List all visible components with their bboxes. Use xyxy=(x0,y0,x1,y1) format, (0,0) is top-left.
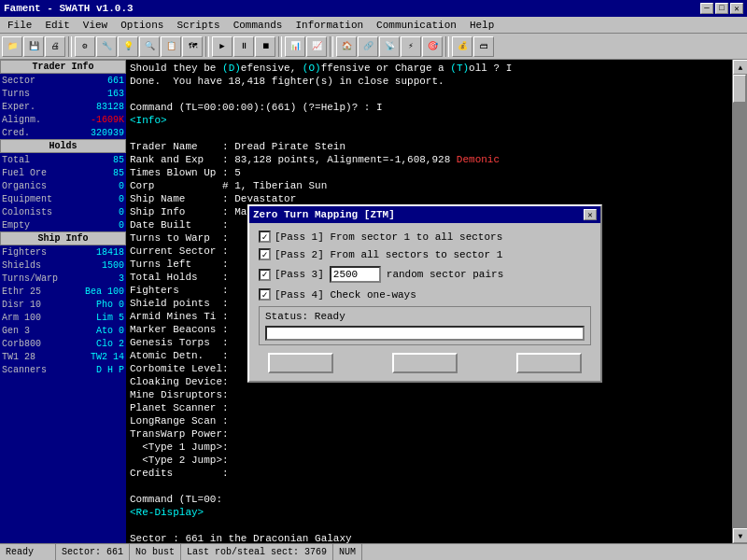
status-lastrob: Last rob/steal sect: 3769 xyxy=(181,544,333,560)
toolbar-btn-1[interactable]: 📁 xyxy=(2,36,22,57)
equipment-label: Equipment xyxy=(2,194,52,204)
toolbar-btn-16[interactable]: 🔗 xyxy=(358,36,378,57)
terminal-container: Should they be (D)efensive, (O)ffensive … xyxy=(126,60,732,543)
toolbar-btn-14[interactable]: 📈 xyxy=(306,36,327,57)
ethr-value: Bea 100 xyxy=(85,287,124,297)
toolbar-btn-4[interactable]: ⚙ xyxy=(75,36,95,57)
pass1-checkbox[interactable]: ✓ xyxy=(259,231,271,243)
cred-value: 320939 xyxy=(91,128,124,138)
status-ready-label: Status: Ready xyxy=(265,311,585,322)
menu-communication[interactable]: Communication xyxy=(371,18,462,33)
cred-row: Cred. 320939 xyxy=(0,126,126,139)
pass2-checkbox[interactable]: ✓ xyxy=(259,248,271,260)
colonists-label: Colonists xyxy=(2,207,52,217)
menu-edit[interactable]: Edit xyxy=(39,18,75,33)
title-bar: Fament - SWATH v1.0.3 ─ □ ✕ xyxy=(0,0,747,17)
fighters-value: 18418 xyxy=(96,247,124,258)
menu-scripts[interactable]: Scripts xyxy=(171,18,225,33)
pass3-input[interactable] xyxy=(330,266,381,283)
toolbar-btn-5[interactable]: 🔧 xyxy=(96,36,117,57)
gen-label: Gen 3 xyxy=(2,326,30,336)
alignm-row: Alignm. -1609K xyxy=(0,113,126,126)
toolbar-btn-6[interactable]: 💡 xyxy=(118,36,138,57)
organics-label: Organics xyxy=(2,181,47,191)
exper-row: Exper. 83128 xyxy=(0,100,126,113)
reset-button[interactable]: Reset xyxy=(392,353,458,373)
gen-row: Gen 3 Ato 0 xyxy=(0,324,126,337)
toolbar-btn-20[interactable]: 💰 xyxy=(452,36,472,57)
exper-value: 83128 xyxy=(96,102,124,112)
pass4-row: ✓ [Pass 4] Check one-ways xyxy=(259,288,591,301)
toolbar-btn-21[interactable]: 🗃 xyxy=(473,36,494,57)
pass3-label: [Pass 3] xyxy=(275,269,324,280)
scroll-down-button[interactable]: ▼ xyxy=(733,528,747,543)
menu-view[interactable]: View xyxy=(78,18,113,33)
sector-label: Sector xyxy=(2,76,35,86)
terminal-scrollbar[interactable]: ▲ ▼ xyxy=(732,60,747,543)
menu-bar: File Edit View Options Scripts Commands … xyxy=(0,17,747,34)
sector-row: Sector 661 xyxy=(0,74,126,87)
toolbar-btn-7[interactable]: 🔍 xyxy=(139,36,160,57)
toolbar-btn-8[interactable]: 📋 xyxy=(161,36,181,57)
total-value: 85 xyxy=(113,155,124,165)
title-bar-buttons: ─ □ ✕ xyxy=(700,3,743,14)
turns-value: 163 xyxy=(107,89,124,99)
colonists-row: Colonists 0 xyxy=(0,205,126,218)
holds-title: Holds xyxy=(0,139,126,153)
dialog-close-x-button[interactable]: ✕ xyxy=(584,209,597,220)
start-button[interactable]: Start xyxy=(268,353,333,373)
toolbar-btn-19[interactable]: 🎯 xyxy=(422,36,443,57)
trader-info-title: Trader Info xyxy=(0,60,126,74)
menu-options[interactable]: Options xyxy=(115,18,169,33)
empty-label: Empty xyxy=(2,220,30,231)
toolbar-separator-5 xyxy=(445,36,449,57)
toolbar-btn-18[interactable]: ⚡ xyxy=(401,36,421,57)
minimize-button[interactable]: ─ xyxy=(700,3,713,14)
left-panel: Trader Info Sector 661 Turns 163 Exper. … xyxy=(0,60,126,543)
scroll-up-button[interactable]: ▲ xyxy=(733,60,747,75)
pass4-label: [Pass 4] Check one-ways xyxy=(275,289,416,301)
toolbar-btn-13[interactable]: 📊 xyxy=(285,36,305,57)
status-num: NUM xyxy=(333,544,362,560)
close-button[interactable]: Close xyxy=(516,353,582,373)
close-window-button[interactable]: ✕ xyxy=(730,3,743,14)
toolbar-btn-17[interactable]: 📡 xyxy=(379,36,400,57)
pass2-row: ✓ [Pass 2] From all sectors to sector 1 xyxy=(259,248,591,260)
pass4-checkbox[interactable]: ✓ xyxy=(259,288,271,301)
menu-file[interactable]: File xyxy=(2,18,37,33)
toolbar-btn-9[interactable]: 🗺 xyxy=(182,36,203,57)
organics-value: 0 xyxy=(119,181,124,191)
toolbar-btn-3[interactable]: 🖨 xyxy=(45,36,65,57)
pass3-checkbox-wrapper: ✓ [Pass 3] xyxy=(259,269,324,281)
toolbar-btn-10[interactable]: ▶ xyxy=(212,36,233,57)
arm-row: Arm 100 Lim 5 xyxy=(0,311,126,324)
terminal-area[interactable]: Should they be (D)efensive, (O)ffensive … xyxy=(126,60,732,543)
tw1-row: TW1 28 TW2 14 xyxy=(0,350,126,363)
maximize-button[interactable]: □ xyxy=(715,3,728,14)
turns-row: Turns 163 xyxy=(0,87,126,100)
equipment-value: 0 xyxy=(119,194,124,204)
fighters-label: Fighters xyxy=(2,247,47,258)
menu-information[interactable]: Information xyxy=(289,18,369,33)
toolbar-btn-15[interactable]: 🏠 xyxy=(336,36,357,57)
shields-value: 1500 xyxy=(102,260,124,271)
scroll-track[interactable] xyxy=(733,75,747,528)
total-label: Total xyxy=(2,155,30,165)
exper-label: Exper. xyxy=(2,102,35,112)
menu-help[interactable]: Help xyxy=(464,18,500,33)
window-title: Fament - SWATH v1.0.3 xyxy=(4,3,134,14)
sector-value: 661 xyxy=(107,76,124,86)
toolbar-btn-2[interactable]: 💾 xyxy=(23,36,44,57)
pass3-checkbox[interactable]: ✓ xyxy=(259,269,271,281)
ethr-label: Ethr 25 xyxy=(2,287,41,297)
turnswarp-value: 3 xyxy=(119,273,124,284)
menu-commands[interactable]: Commands xyxy=(228,18,289,33)
toolbar-btn-12[interactable]: ⏹ xyxy=(255,36,275,57)
corb-value: Clo 2 xyxy=(96,339,124,349)
scroll-thumb[interactable] xyxy=(733,75,746,103)
disr-row: Disr 10 Pho 0 xyxy=(0,298,126,311)
scanners-value: D H P xyxy=(96,365,124,375)
dialog-buttons: Start Reset Close xyxy=(259,353,591,373)
cred-label: Cred. xyxy=(2,128,30,138)
toolbar-btn-11[interactable]: ⏸ xyxy=(233,36,254,57)
